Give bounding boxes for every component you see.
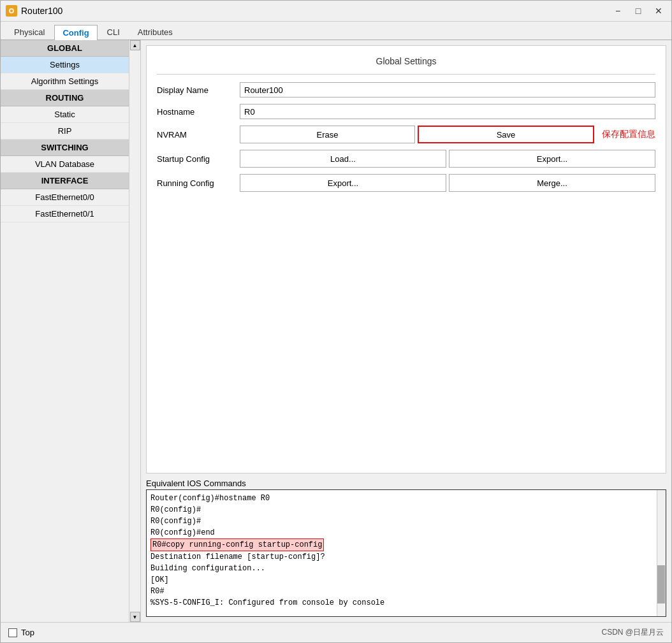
status-bar: Top CSDN @日星月云 xyxy=(1,622,671,642)
running-config-buttons: Export... Merge... xyxy=(240,174,655,192)
sidebar-item-static[interactable]: Static xyxy=(1,106,129,123)
sidebar-item-settings[interactable]: Settings xyxy=(1,57,129,73)
terminal-line: Router(config)#hostname R0 xyxy=(150,493,662,504)
sidebar-item-vlan-database[interactable]: VLAN Database xyxy=(1,156,129,173)
sidebar-item-fastethernet00[interactable]: FastEthernet0/0 xyxy=(1,189,129,206)
startup-export-button[interactable]: Export... xyxy=(449,150,655,168)
startup-config-label: Startup Config xyxy=(157,154,240,164)
tab-physical[interactable]: Physical xyxy=(6,24,53,40)
top-label: Top xyxy=(21,628,34,637)
terminal-line-highlighted: R0#copy running-config startup-config xyxy=(150,538,662,551)
close-button[interactable]: ✕ xyxy=(651,4,666,17)
running-export-button[interactable]: Export... xyxy=(240,174,446,192)
app-icon xyxy=(6,5,17,17)
terminal-line: R0(config)# xyxy=(150,516,662,527)
hostname-row: Hostname xyxy=(157,104,655,119)
startup-load-button[interactable]: Load... xyxy=(240,150,446,168)
tab-config[interactable]: Config xyxy=(54,25,97,40)
running-merge-button[interactable]: Merge... xyxy=(449,174,655,192)
panel-title: Global Settings xyxy=(157,56,655,66)
scroll-down-arrow[interactable]: ▼ xyxy=(130,612,140,622)
startup-config-row: Startup Config Load... Export... xyxy=(157,150,655,168)
nvram-buttons: Erase Save xyxy=(240,126,594,143)
terminal-box[interactable]: Router(config)#hostname R0 R0(config)# R… xyxy=(146,489,666,617)
main-window: Router100 − □ ✕ Physical Config CLI Attr… xyxy=(0,0,672,643)
svg-point-2 xyxy=(10,10,13,12)
display-name-row: Display Name xyxy=(157,82,655,98)
sidebar-inner: GLOBAL Settings Algorithm Settings ROUTI… xyxy=(1,40,140,222)
nvram-save-button[interactable]: Save xyxy=(418,126,594,143)
nvram-erase-button[interactable]: Erase xyxy=(240,126,415,143)
display-name-label: Display Name xyxy=(157,85,240,95)
maximize-button[interactable]: □ xyxy=(631,4,646,17)
terminal-line: R0# xyxy=(150,586,662,597)
minimize-button[interactable]: − xyxy=(610,4,625,17)
terminal-line: Destination filename [startup-config]? xyxy=(150,551,662,563)
sidebar-item-algorithm-settings[interactable]: Algorithm Settings xyxy=(1,73,129,90)
hostname-input[interactable] xyxy=(240,104,655,119)
content-panel: Global Settings Display Name Hostname NV… xyxy=(146,45,666,473)
title-bar-left: Router100 xyxy=(6,5,62,17)
sidebar-header-switching: SWITCHING xyxy=(1,140,129,156)
display-name-input[interactable] xyxy=(240,82,655,98)
content-area: Global Settings Display Name Hostname NV… xyxy=(141,40,671,622)
nvram-annotation: 保存配置信息 xyxy=(602,129,655,140)
panel-divider xyxy=(157,74,655,75)
window-controls: − □ ✕ xyxy=(610,4,666,17)
tab-attributes[interactable]: Attributes xyxy=(129,24,181,40)
terminal-line: %SYS-5-CONFIG_I: Configured from console… xyxy=(150,597,662,609)
sidebar-item-rip[interactable]: RIP xyxy=(1,123,129,140)
running-config-row: Running Config Export... Merge... xyxy=(157,174,655,192)
tab-cli[interactable]: CLI xyxy=(99,24,128,40)
window-title: Router100 xyxy=(21,6,62,16)
sidebar-header-routing: ROUTING xyxy=(1,90,129,106)
terminal-line: [OK] xyxy=(150,574,662,586)
terminal-scrollbar[interactable] xyxy=(657,490,666,616)
watermark: CSDN @日星月云 xyxy=(601,627,664,638)
sidebar-item-fastethernet01[interactable]: FastEthernet0/1 xyxy=(1,206,129,222)
startup-config-buttons: Load... Export... xyxy=(240,150,655,168)
scroll-up-arrow[interactable]: ▲ xyxy=(130,40,140,50)
nvram-label: NVRAM xyxy=(157,130,240,140)
sidebar-scrollbar[interactable]: ▲ ▼ xyxy=(129,40,140,622)
sidebar-header-global: GLOBAL xyxy=(1,40,129,57)
top-checkbox[interactable] xyxy=(8,628,17,637)
hostname-label: Hostname xyxy=(157,107,240,117)
bottom-panel: Equivalent IOS Commands Router(config)#h… xyxy=(146,479,666,617)
nvram-row: NVRAM Erase Save 保存配置信息 xyxy=(157,126,655,143)
tab-bar: Physical Config CLI Attributes xyxy=(1,22,671,40)
title-bar: Router100 − □ ✕ xyxy=(1,1,671,22)
terminal-line: R0(config)#end xyxy=(150,527,662,538)
main-content: GLOBAL Settings Algorithm Settings ROUTI… xyxy=(1,40,671,622)
terminal-line: Building configuration... xyxy=(150,563,662,574)
terminal-line: R0(config)# xyxy=(150,504,662,516)
running-config-label: Running Config xyxy=(157,178,240,188)
bottom-label: Equivalent IOS Commands xyxy=(146,479,666,488)
sidebar: GLOBAL Settings Algorithm Settings ROUTI… xyxy=(1,40,141,622)
sidebar-header-interface: INTERFACE xyxy=(1,173,129,189)
scroll-thumb xyxy=(657,565,665,603)
status-left: Top xyxy=(8,628,34,637)
